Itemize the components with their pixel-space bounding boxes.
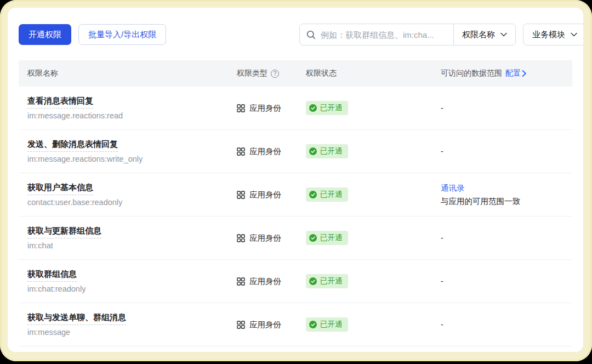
- header-permission-name: 权限名称: [19, 69, 228, 78]
- permission-name[interactable]: 获取与发送单聊、群组消息: [27, 312, 126, 325]
- data-scope-cell: -: [432, 146, 572, 156]
- permission-type: 应用身份: [249, 320, 281, 330]
- permission-code: im:message.reactions:read: [27, 111, 228, 120]
- data-scope-cell: -: [432, 233, 572, 243]
- search-group: 权限名称: [299, 24, 516, 46]
- permission-name[interactable]: 发送、删除消息表情回复: [27, 139, 118, 152]
- status-text: 已开通: [320, 103, 343, 113]
- table-row: 发送、删除消息表情回复 im:message.reactions:write_o…: [19, 130, 572, 173]
- status-badge: 已开通: [306, 101, 348, 115]
- permission-type: 应用身份: [249, 103, 281, 113]
- data-scope-cell: -: [432, 103, 572, 113]
- toolbar: 开通权限 批量导入/导出权限 权限名称: [19, 24, 572, 45]
- table-row: 获取与发送单聊、群组消息 im:message 应用身份: [19, 303, 572, 346]
- permission-code: im:message.reactions:write_only: [27, 155, 228, 163]
- permission-name-cell: 获取群组信息 im:chat:readonly: [19, 269, 228, 293]
- question-circle-icon[interactable]: ?: [271, 70, 279, 78]
- permission-name[interactable]: 查看消息表情回复: [27, 96, 93, 109]
- permission-name[interactable]: 获取与更新群组信息: [27, 226, 101, 238]
- module-select[interactable]: 业务模块: [523, 24, 583, 46]
- permission-code: im:chat:readonly: [27, 285, 228, 293]
- check-circle-icon: [309, 104, 317, 112]
- check-circle-icon: [309, 147, 317, 155]
- status-text: 已开通: [320, 146, 343, 156]
- app-grid-icon: [237, 191, 245, 199]
- scope-description: 与应用的可用范围一致: [441, 196, 572, 207]
- permissions-table: 权限名称 权限类型 ? 权限状态 可访问的数据范围 配置: [19, 60, 572, 346]
- permission-type-cell: 应用身份: [228, 233, 297, 243]
- status-badge: 已开通: [306, 317, 348, 332]
- status-badge: 已开通: [306, 274, 348, 288]
- permission-code: im:message: [27, 328, 228, 337]
- permission-status-cell: 已开通: [297, 144, 432, 158]
- permission-name-cell: 查看消息表情回复 im:message.reactions:read: [19, 96, 228, 120]
- table-row: 查看消息表情回复 im:message.reactions:read 应用身份: [19, 87, 572, 130]
- permission-name-cell: 获取与发送单聊、群组消息 im:message: [19, 312, 228, 337]
- app-grid-icon: [237, 147, 245, 156]
- permission-status-cell: 已开通: [297, 231, 432, 245]
- app-grid-icon: [237, 104, 245, 112]
- table-header: 权限名称 权限类型 ? 权限状态 可访问的数据范围 配置: [19, 60, 572, 87]
- app-grid-icon: [237, 321, 245, 329]
- header-data-scope: 可访问的数据范围 配置: [432, 69, 572, 78]
- scope-value: -: [441, 277, 443, 286]
- permission-code: im:chat: [27, 241, 228, 250]
- permission-status-cell: 已开通: [297, 274, 432, 288]
- check-circle-icon: [309, 234, 317, 242]
- search-field-select-value: 权限名称: [462, 30, 495, 40]
- check-circle-icon: [309, 191, 317, 198]
- status-text: 已开通: [320, 276, 343, 286]
- app-grid-icon: [237, 277, 245, 286]
- scope-value: -: [441, 147, 443, 156]
- open-permission-button[interactable]: 开通权限: [19, 24, 71, 45]
- batch-import-export-button[interactable]: 批量导入/导出权限: [78, 24, 166, 45]
- permission-type-cell: 应用身份: [228, 146, 297, 157]
- permission-type-cell: 应用身份: [228, 276, 297, 287]
- status-badge: 已开通: [306, 187, 348, 202]
- data-scope-cell: -: [432, 320, 572, 329]
- permission-status-cell: 已开通: [297, 187, 432, 202]
- permission-type: 应用身份: [249, 233, 281, 243]
- check-circle-icon: [309, 321, 317, 328]
- permission-status-cell: 已开通: [297, 317, 432, 332]
- table-row: 获取用户基本信息 contact:user.base:readonly 应用身份: [19, 173, 572, 217]
- permission-name[interactable]: 获取群组信息: [27, 269, 77, 282]
- permission-code: contact:user.base:readonly: [27, 198, 228, 207]
- permissions-panel: 开通权限 批量导入/导出权限 权限名称: [8, 8, 583, 352]
- status-badge: 已开通: [306, 231, 348, 245]
- search-box[interactable]: [300, 30, 453, 39]
- permission-type-cell: 应用身份: [228, 190, 297, 200]
- scope-value: -: [441, 104, 443, 112]
- chevron-down-icon: [571, 32, 577, 37]
- permission-name[interactable]: 获取用户基本信息: [27, 183, 93, 195]
- search-input[interactable]: [321, 30, 447, 39]
- configure-link[interactable]: 配置: [505, 69, 527, 78]
- scope-value: -: [441, 234, 443, 242]
- chevron-down-icon: [500, 32, 507, 37]
- search-field-select[interactable]: 权限名称: [454, 30, 515, 40]
- permission-type: 应用身份: [249, 276, 281, 287]
- permission-name-cell: 获取与更新群组信息 im:chat: [19, 226, 228, 250]
- app-grid-icon: [237, 234, 245, 242]
- permission-status-cell: 已开通: [297, 101, 432, 115]
- scope-value: -: [441, 320, 443, 329]
- search-icon: [306, 30, 316, 39]
- permission-type-cell: 应用身份: [228, 103, 297, 113]
- scope-contacts-link[interactable]: 通讯录: [441, 183, 572, 194]
- data-scope-cell: 通讯录 与应用的可用范围一致: [432, 183, 572, 207]
- status-text: 已开通: [320, 233, 343, 243]
- data-scope-cell: -: [432, 276, 572, 286]
- status-text: 已开通: [320, 320, 343, 329]
- permission-type: 应用身份: [249, 190, 281, 200]
- permission-type: 应用身份: [249, 146, 281, 157]
- table-row: 获取群组信息 im:chat:readonly 应用身份: [19, 260, 572, 303]
- permission-type-cell: 应用身份: [228, 320, 297, 330]
- status-text: 已开通: [320, 190, 343, 200]
- status-badge: 已开通: [306, 144, 348, 158]
- table-row: 获取与更新群组信息 im:chat 应用身份: [19, 217, 572, 260]
- permission-name-cell: 获取用户基本信息 contact:user.base:readonly: [19, 183, 228, 207]
- check-circle-icon: [309, 277, 317, 285]
- header-permission-status: 权限状态: [297, 69, 432, 78]
- chevron-right-icon: [522, 70, 527, 77]
- permission-name-cell: 发送、删除消息表情回复 im:message.reactions:write_o…: [19, 139, 228, 163]
